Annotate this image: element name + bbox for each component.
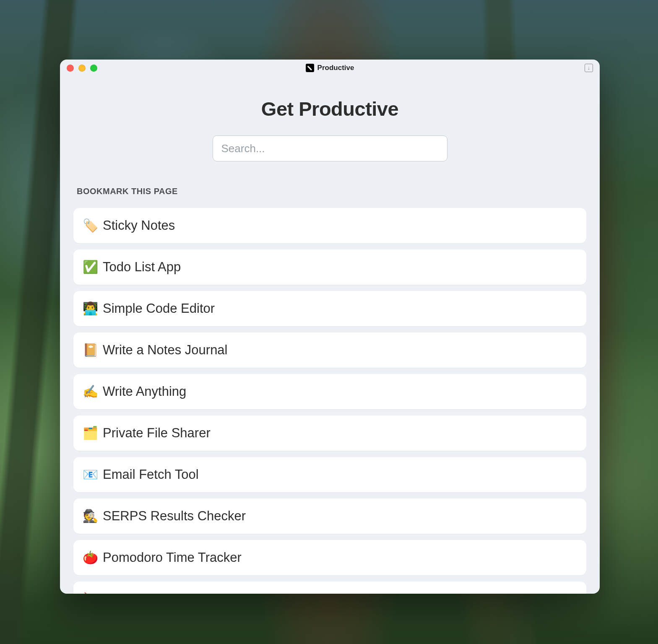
section-header: BOOKMARK THIS PAGE xyxy=(73,187,586,196)
search-container xyxy=(73,135,586,161)
list-item-email-fetch[interactable]: 📧 Email Fetch Tool xyxy=(73,457,586,492)
writing-hand-icon: ✍️ xyxy=(83,385,97,398)
list-item-todo-list[interactable]: ✅ Todo List App xyxy=(73,249,586,285)
minimize-button[interactable] xyxy=(78,65,86,72)
download-icon[interactable] xyxy=(585,64,593,72)
item-label: Site Bookmarks Saver xyxy=(103,592,231,594)
item-label: Simple Code Editor xyxy=(103,301,215,316)
maximize-button[interactable] xyxy=(90,65,97,72)
window-title-group: Productive xyxy=(306,64,354,72)
content: Get Productive BOOKMARK THIS PAGE 🏷️ Sti… xyxy=(60,76,600,594)
app-icon xyxy=(306,64,314,72)
folder-icon: 🗂️ xyxy=(83,427,97,439)
list-item-pomodoro[interactable]: 🍅 Pomodoro Time Tracker xyxy=(73,540,586,575)
tag-icon: 🏷️ xyxy=(83,219,97,232)
item-label: SERPS Results Checker xyxy=(103,509,246,524)
window-titlebar[interactable]: Productive xyxy=(60,60,600,76)
tools-list: 🏷️ Sticky Notes ✅ Todo List App 👨‍💻 Simp… xyxy=(73,208,586,594)
tomato-icon: 🍅 xyxy=(83,551,97,564)
list-item-bookmarks-saver[interactable]: 🔖 Site Bookmarks Saver xyxy=(73,582,586,594)
item-label: Sticky Notes xyxy=(103,218,175,233)
notebook-icon: 📔 xyxy=(83,344,97,356)
email-icon: 📧 xyxy=(83,468,97,481)
bookmark-icon: 🔖 xyxy=(83,593,97,594)
titlebar-right xyxy=(585,64,593,72)
list-item-file-sharer[interactable]: 🗂️ Private File Sharer xyxy=(73,415,586,451)
list-item-code-editor[interactable]: 👨‍💻 Simple Code Editor xyxy=(73,291,586,326)
window-title: Productive xyxy=(317,64,354,72)
app-window: Productive Get Productive BOOKMARK THIS … xyxy=(60,60,600,594)
list-item-notes-journal[interactable]: 📔 Write a Notes Journal xyxy=(73,332,586,368)
coder-icon: 👨‍💻 xyxy=(83,302,97,315)
item-label: Email Fetch Tool xyxy=(103,467,199,482)
item-label: Pomodoro Time Tracker xyxy=(103,550,242,565)
item-label: Write a Notes Journal xyxy=(103,343,228,358)
item-label: Write Anything xyxy=(103,384,186,399)
close-button[interactable] xyxy=(67,65,74,72)
detective-icon: 🕵️ xyxy=(83,510,97,522)
list-item-serps-checker[interactable]: 🕵️ SERPS Results Checker xyxy=(73,499,586,534)
item-label: Todo List App xyxy=(103,260,181,275)
list-item-sticky-notes[interactable]: 🏷️ Sticky Notes xyxy=(73,208,586,243)
checkmark-icon: ✅ xyxy=(83,261,97,273)
page-title: Get Productive xyxy=(73,97,586,120)
list-item-write-anything[interactable]: ✍️ Write Anything xyxy=(73,374,586,409)
item-label: Private File Sharer xyxy=(103,426,211,441)
search-input[interactable] xyxy=(213,135,447,161)
window-controls xyxy=(67,65,97,72)
content-scroll-area[interactable]: Get Productive BOOKMARK THIS PAGE 🏷️ Sti… xyxy=(60,76,600,594)
